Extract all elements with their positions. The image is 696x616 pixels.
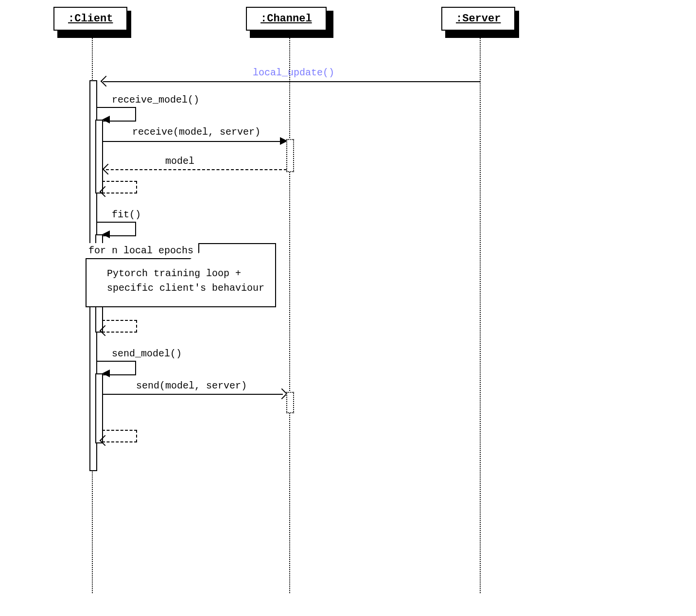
message-line-send-cmd [102, 394, 283, 395]
message-line-model-reply [106, 169, 287, 170]
message-label-model-reply: model [165, 156, 194, 167]
arrow-send-model [102, 370, 110, 377]
fragment-guard: for n local epochs [86, 243, 199, 259]
arrow-model-reply [103, 164, 114, 175]
message-label-receive-cmd: receive(model, server) [132, 126, 261, 138]
message-label-receive-model: receive_model() [112, 94, 199, 106]
participant-label: :Client [68, 13, 113, 25]
arrow-receive-model [102, 116, 110, 123]
participant-label: :Server [456, 13, 501, 25]
message-label-local-update: local_update() [253, 67, 334, 78]
activation-channel-receive [286, 139, 294, 172]
participant-client: :Client [53, 7, 127, 31]
activation-channel-send [286, 392, 294, 413]
fragment-body: Pytorch training loop + specific client'… [107, 266, 264, 296]
message-label-fit: fit() [112, 209, 141, 220]
message-line-local-update [103, 81, 480, 82]
message-label-send-model: send_model() [112, 348, 182, 359]
participant-label: :Channel [261, 13, 312, 25]
message-line-receive-cmd [102, 141, 282, 142]
arrow-fit [102, 230, 110, 238]
lifeline-channel [289, 34, 290, 593]
fragment-guard-text: for n local epochs [88, 245, 193, 256]
lifeline-server [480, 34, 481, 593]
arrow-local-update [101, 76, 112, 87]
participant-server: :Server [441, 7, 515, 31]
arrow-send-cmd [277, 388, 288, 400]
participant-channel: :Channel [246, 7, 327, 31]
sequence-diagram: :Client :Channel :Server local_update() … [0, 0, 696, 616]
message-label-send-cmd: send(model, server) [136, 380, 247, 391]
